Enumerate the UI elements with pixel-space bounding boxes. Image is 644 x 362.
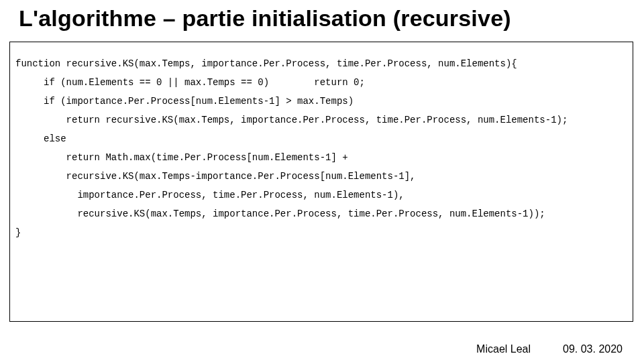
code-line: importance.Per.Process, time.Per.Process… (15, 190, 405, 200)
code-line: if (importance.Per.Process[num.Elements-… (15, 96, 354, 107)
code-line: return recursive.KS(max.Temps, importanc… (15, 115, 568, 125)
code-block: function recursive.KS(max.Temps, importa… (15, 54, 627, 242)
footer: Micael Leal 09. 03. 2020 (476, 343, 623, 355)
code-line: } (15, 227, 21, 238)
code-box: function recursive.KS(max.Temps, importa… (9, 42, 633, 322)
code-line: recursive.KS(max.Temps-importance.Per.Pr… (15, 171, 416, 182)
code-line: else (15, 133, 66, 144)
footer-date: 09. 03. 2020 (563, 343, 623, 355)
code-line: if (num.Elements == 0 || max.Temps == 0)… (15, 77, 365, 88)
footer-author: Micael Leal (476, 343, 531, 355)
slide-title: L'algorithme – partie initialisation (re… (19, 5, 625, 32)
code-line: recursive.KS(max.Temps, importance.Per.P… (15, 208, 545, 219)
code-line: function recursive.KS(max.Temps, importa… (15, 58, 517, 69)
code-line: return Math.max(time.Per.Process[num.Ele… (15, 152, 348, 163)
slide: L'algorithme – partie initialisation (re… (0, 0, 644, 362)
